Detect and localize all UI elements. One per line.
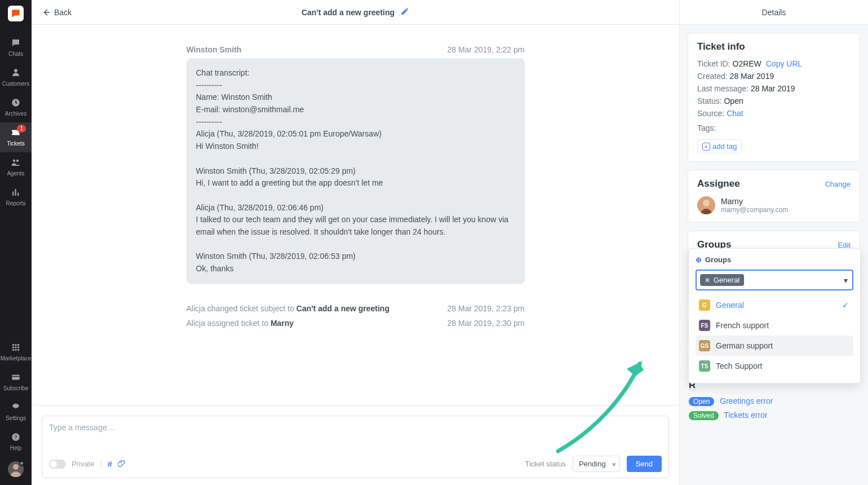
hashtag-button[interactable]: # [108, 460, 112, 469]
nav-tickets[interactable]: 1 Tickets [0, 122, 32, 152]
event-time: 28 Mar 2019, 2:23 pm [448, 304, 525, 313]
help-icon: ? [10, 431, 21, 443]
nav-marketplace[interactable]: Marketplace [0, 337, 32, 367]
message-header: Winston Smith 28 Mar 2019, 2:22 pm [187, 45, 525, 54]
customer-icon [10, 67, 21, 78]
private-toggle[interactable] [49, 460, 66, 469]
status-select[interactable]: Pending ▾ [573, 456, 620, 472]
transcript-body: Chat transcript: ---------- Name: Winsto… [187, 59, 525, 284]
nav-label: Marketplace [1, 355, 31, 361]
nav-label: Customers [2, 81, 29, 87]
details-scroll[interactable]: Ticket info Ticket ID: O2REW Copy URL Cr… [680, 25, 868, 485]
message-input[interactable]: Type a message… [49, 423, 662, 446]
assignee-email: marny@company.com [721, 206, 788, 214]
nav-agents[interactable]: Agents [0, 152, 32, 182]
group-avatar: GS [699, 340, 710, 351]
related-link[interactable]: Greetings error [720, 396, 773, 405]
nav-label: Tickets [7, 140, 24, 147]
id-label: Ticket ID: [697, 59, 730, 68]
nav-help[interactable]: ? Help [0, 427, 32, 457]
dropdown-option-general[interactable]: G General ✓ [696, 295, 853, 315]
nav-label: Reports [6, 200, 25, 206]
back-button[interactable]: Back [42, 8, 72, 17]
chip-remove-icon[interactable]: ✕ [705, 276, 710, 284]
send-button[interactable]: Send [627, 456, 662, 472]
option-label: French support [716, 321, 769, 330]
dropdown-heading-text: Groups [705, 255, 731, 264]
group-avatar: TS [699, 360, 710, 372]
groups-dropdown: ⊕ Groups ✕ General ▾ G General [688, 248, 861, 383]
status-pill-open: Open [689, 397, 714, 406]
option-label: Tech Support [716, 361, 763, 371]
plus-icon: + [702, 143, 710, 151]
created-value: 28 Mar 2019 [730, 72, 774, 81]
private-label: Private [72, 460, 94, 468]
status-pill-solved: Solved [689, 411, 719, 420]
nav-reports[interactable]: Reports [0, 182, 32, 212]
assignee-card: Assignee Change Marny marny@company.com [688, 170, 860, 223]
svg-point-9 [703, 200, 710, 206]
arrow-left-icon [42, 8, 51, 17]
nav-label: Agents [7, 170, 24, 177]
nav-archives[interactable]: Archives [0, 92, 32, 122]
event-bold: Can't add a new greeting [296, 304, 389, 313]
dropdown-list: G General ✓ FS French support GS German … [696, 295, 853, 376]
event-row: Alicja assigned ticket to Marny 28 Mar 2… [187, 319, 525, 328]
clock-icon [10, 97, 21, 108]
presence-dot [19, 461, 24, 466]
source-link[interactable]: Chat [727, 109, 743, 118]
selected-chip[interactable]: ✕ General [700, 274, 744, 286]
svg-rect-4 [12, 376, 20, 377]
grid-icon [10, 342, 21, 353]
option-label: General [716, 301, 744, 310]
details-panel: Details Ticket info Ticket ID: O2REW Cop… [680, 0, 868, 485]
svg-point-8 [13, 464, 19, 470]
details-title: Details [680, 0, 868, 25]
nav-customers[interactable]: Customers [0, 63, 32, 92]
copy-url-link[interactable]: Copy URL [766, 59, 803, 68]
nav-rail: Chats Customers Archives 1 Tickets Agent… [0, 0, 32, 485]
status-value: Open [724, 96, 743, 105]
add-tag-button[interactable]: +add tag [697, 139, 742, 153]
main-column: Back Can't add a new greeting Winston Sm… [32, 0, 680, 485]
card-title: Assignee [697, 178, 740, 189]
paperclip-icon [118, 459, 126, 467]
svg-point-2 [16, 160, 19, 162]
status-label: Status: [697, 96, 722, 105]
attachment-button[interactable] [118, 459, 126, 469]
back-label: Back [54, 8, 72, 17]
option-label: German support [716, 341, 773, 350]
agents-icon [10, 157, 21, 168]
dropdown-option-german[interactable]: GS German support [696, 336, 853, 356]
groups-card: Groups Edit ⊕ Groups ✕ General ▾ [688, 231, 860, 308]
pencil-icon [400, 7, 409, 16]
dropdown-option-french[interactable]: FS French support [696, 315, 853, 336]
related-row: Solved Tickets error [689, 411, 859, 420]
svg-rect-3 [12, 375, 20, 380]
nav-settings[interactable]: Settings [0, 397, 32, 427]
add-tag-label: add tag [712, 142, 737, 151]
nav-label: Settings [6, 415, 26, 421]
message-author: Winston Smith [187, 45, 242, 54]
svg-text:?: ? [14, 434, 17, 440]
event-text: Alicja changed ticket subject to [187, 304, 296, 313]
chevron-down-icon: ▾ [844, 276, 848, 285]
message-time: 28 Mar 2019, 2:22 pm [448, 45, 525, 54]
group-avatar: G [699, 299, 710, 311]
related-link[interactable]: Tickets error [724, 411, 767, 420]
check-icon: ✓ [842, 301, 849, 310]
nav-chats[interactable]: Chats [0, 33, 32, 63]
id-value: O2REW [733, 59, 761, 68]
nav-subscribe[interactable]: Subscribe [0, 367, 32, 397]
assignee-avatar [697, 196, 715, 214]
chip-label: General [714, 276, 739, 284]
dropdown-option-tech[interactable]: TS Tech Support [696, 356, 853, 376]
app-logo[interactable] [8, 6, 24, 21]
related-section: R Open Greetings error Solved Tickets er… [688, 380, 860, 420]
created-label: Created: [697, 72, 728, 81]
conversation-scroll[interactable]: Winston Smith 28 Mar 2019, 2:22 pm Chat … [32, 25, 679, 405]
groups-input[interactable]: ✕ General ▾ [696, 270, 853, 290]
source-label: Source: [697, 109, 724, 118]
edit-title-button[interactable] [400, 7, 409, 17]
change-assignee-link[interactable]: Change [825, 180, 851, 188]
